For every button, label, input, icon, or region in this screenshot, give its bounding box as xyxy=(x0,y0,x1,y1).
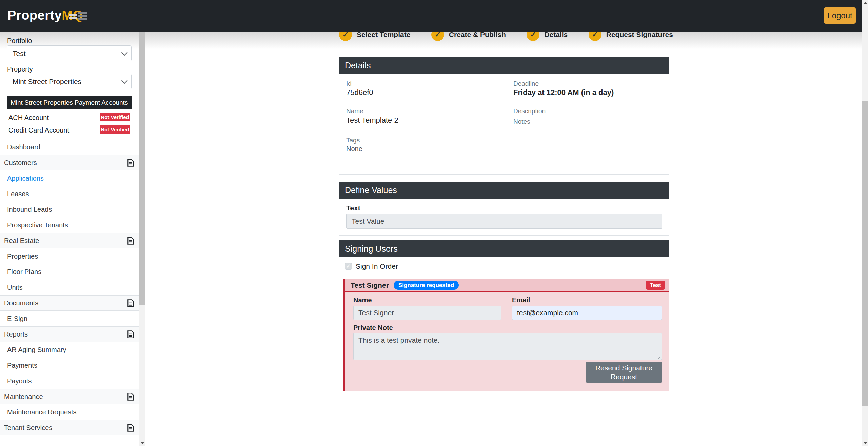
page-scroll-down-arrow[interactable] xyxy=(863,442,867,444)
page-scroll-up-arrow[interactable] xyxy=(863,2,867,4)
resend-signature-request-button[interactable]: Resend Signature Request xyxy=(586,362,662,383)
not-verified-badge: Not Verified xyxy=(100,113,130,121)
payment-account-label: ACH Account xyxy=(8,114,49,122)
signer-card-body: Name Test Signer Email test@example.com … xyxy=(345,292,669,390)
sidebar-item-reports[interactable]: Reports xyxy=(0,326,139,342)
brand-text-property: Property xyxy=(7,8,62,22)
document-icon xyxy=(127,237,134,245)
deadline-label: Deadline xyxy=(513,80,539,87)
sidebar-item-e-sign[interactable]: E-Sign xyxy=(0,311,139,326)
private-note-value: This is a test private note. xyxy=(358,336,439,344)
name-value: Test Template 2 xyxy=(346,116,398,125)
resize-handle-icon[interactable] xyxy=(656,354,660,359)
sidebar-item-label: Documents xyxy=(4,299,38,307)
page-scrollbar-thumb[interactable] xyxy=(862,101,868,406)
sidebar-item-payments[interactable]: Payments xyxy=(0,358,139,373)
sign-in-order-label: Sign In Order xyxy=(356,262,398,270)
property-select[interactable]: Mint Street Properties xyxy=(7,74,132,89)
sidebar-item-label: Floor Plans xyxy=(7,268,41,276)
sidebar-item-label: Applications xyxy=(7,175,44,182)
sidebar-item-inbound-leads[interactable]: Inbound Leads xyxy=(0,202,139,217)
sidebar-item-label: Units xyxy=(7,284,23,291)
payment-account-label: Credit Card Account xyxy=(8,126,69,134)
sidebar-item-label: Leases xyxy=(7,190,29,198)
sidebar-item-customers[interactable]: Customers xyxy=(0,155,139,170)
signer-email-input[interactable]: test@example.com xyxy=(512,306,662,320)
check-icon: ✓ xyxy=(346,263,351,269)
sidebar-item-ar-aging-summary[interactable]: AR Aging Summary xyxy=(0,342,139,358)
portfolio-select-value: Test xyxy=(13,49,26,58)
sidebar-item-real-estate[interactable]: Real Estate xyxy=(0,233,139,248)
signer-email-label: Email xyxy=(512,296,530,304)
test-badge: Test xyxy=(646,281,665,290)
signer-email-value: test@example.com xyxy=(517,309,578,317)
signing-users-section-header: Signing Users xyxy=(339,240,669,257)
sign-in-order-checkbox[interactable]: ✓ xyxy=(345,263,352,270)
sidebar-item-maintenance[interactable]: Maintenance xyxy=(0,389,139,404)
step-label: Create & Publish xyxy=(449,31,506,39)
signing-users-title: Signing Users xyxy=(345,244,398,254)
define-values-title: Define Values xyxy=(345,185,397,195)
sidebar-nav: DashboardCustomers ApplicationsLeasesInb… xyxy=(0,139,139,435)
payment-accounts-title: Mint Street Properties Payment Accounts xyxy=(11,99,128,106)
payment-account-row-credit-card-account[interactable]: Credit Card AccountNot Verified xyxy=(0,124,139,137)
sidebar-item-units[interactable]: Units xyxy=(0,280,139,295)
property-select-value: Mint Street Properties xyxy=(13,78,81,86)
sidebar-item-tenant-services[interactable]: Tenant Services xyxy=(0,420,139,435)
signing-users-section-body: ✓ Sign In Order Test Signer Signature re… xyxy=(339,257,669,394)
signer-name-input[interactable]: Test Signer xyxy=(353,306,501,320)
brand-bars-icon xyxy=(69,12,88,20)
sidebar-item-label: Prospective Tenants xyxy=(7,221,68,229)
description-label: Description xyxy=(513,107,546,115)
sidebar-item-label: Real Estate xyxy=(4,237,39,245)
payment-accounts-list: ACH AccountNot VerifiedCredit Card Accou… xyxy=(0,112,139,137)
text-field-value: Test Value xyxy=(352,217,384,225)
sidebar-item-label: Inbound Leads xyxy=(7,206,52,214)
sidebar-item-label: Payments xyxy=(7,362,37,369)
signer-card-header: Test Signer Signature requested Test xyxy=(345,279,669,292)
sidebar-item-leases[interactable]: Leases xyxy=(0,186,139,202)
payment-accounts-header: Mint Street Properties Payment Accounts xyxy=(7,96,132,109)
chevron-down-icon xyxy=(121,77,127,83)
sidebar-item-label: Tenant Services xyxy=(4,424,52,432)
sidebar-item-label: E-Sign xyxy=(7,315,27,323)
name-label: Name xyxy=(346,107,363,115)
logout-button[interactable]: Logout xyxy=(824,7,856,24)
sidebar-item-label: Reports xyxy=(4,330,28,338)
sidebar-item-floor-plans[interactable]: Floor Plans xyxy=(0,264,139,280)
not-verified-badge: Not Verified xyxy=(100,125,130,134)
sidebar-item-documents[interactable]: Documents xyxy=(0,295,139,311)
id-value: 75d6ef0 xyxy=(346,88,373,97)
divider xyxy=(343,277,669,277)
step-label: Request Signatures xyxy=(606,31,673,39)
private-note-textarea[interactable]: This is a test private note. xyxy=(353,333,662,360)
sidebar-item-applications[interactable]: Applications xyxy=(0,170,139,186)
portfolio-select[interactable]: Test xyxy=(7,45,132,61)
sidebar-item-label: Dashboard xyxy=(7,143,40,151)
sidebar-item-label: Maintenance xyxy=(4,393,43,401)
sidebar-scroll-down-arrow[interactable] xyxy=(140,442,144,444)
step-label: Select Template xyxy=(357,31,410,39)
step-label: Details xyxy=(544,31,568,39)
text-field-input[interactable]: Test Value xyxy=(346,214,662,229)
document-icon xyxy=(127,424,134,432)
tags-value: None xyxy=(346,145,362,153)
sidebar-item-label: Customers xyxy=(4,159,37,167)
sidebar-item-payouts[interactable]: Payouts xyxy=(0,373,139,389)
payment-account-row-ach-account[interactable]: ACH AccountNot Verified xyxy=(0,112,139,124)
define-values-section-header: Define Values xyxy=(339,182,669,199)
sidebar-item-dashboard[interactable]: Dashboard xyxy=(0,139,139,155)
divider xyxy=(339,394,669,394)
sidebar-item-prospective-tenants[interactable]: Prospective Tenants xyxy=(0,217,139,233)
id-label: Id xyxy=(346,80,352,87)
app-window: ✓Select Template✓Create & Publish✓Detail… xyxy=(0,0,868,446)
details-section-body: Id 75d6ef0 Deadline Friday at 12:00 AM (… xyxy=(339,74,669,175)
sidebar-item-label: Maintenance Requests xyxy=(7,408,77,416)
sidebar-scrollbar-thumb[interactable] xyxy=(139,32,145,305)
sidebar-item-maintenance-requests[interactable]: Maintenance Requests xyxy=(0,404,139,420)
sidebar: Portfolio Test Property Mint Street Prop… xyxy=(0,32,139,446)
signer-name-label: Name xyxy=(353,296,372,304)
sidebar-item-properties[interactable]: Properties xyxy=(0,248,139,264)
details-section-header: Details xyxy=(339,57,669,74)
property-label: Property xyxy=(7,65,33,73)
